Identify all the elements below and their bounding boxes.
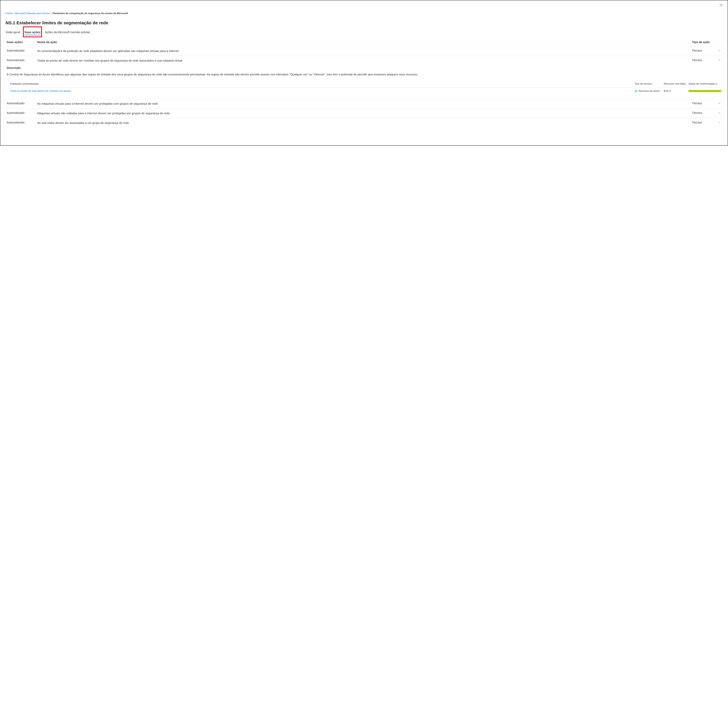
close-button[interactable] (719, 3, 723, 7)
action-row[interactable]: Automatizado Todas as portas de rede dev… (6, 56, 722, 65)
row-actions: Automatizado (7, 49, 37, 52)
assessments-header: Avaliações automatizadas Tipo de recurso… (10, 83, 721, 87)
row-name: As recomendações da proteção de rede ada… (37, 49, 692, 53)
assessment-compliance-status (688, 90, 721, 92)
tab-ms-actions[interactable]: Ações da Microsoft (versão prévia) (45, 31, 90, 35)
assessment-resource-type-label: Recursos do Azure (639, 90, 660, 92)
chevron-right-icon: › (51, 12, 52, 15)
tab-your-actions[interactable]: Suas ações (24, 31, 40, 35)
tabs: Visão geral Suas ações Ações da Microsof… (6, 31, 722, 35)
row-actions: Automatizado (7, 102, 37, 105)
chevron-down-icon (717, 102, 722, 106)
chevron-up-icon (717, 58, 722, 63)
chevron-down-icon (717, 121, 722, 125)
row-name: Máquinas virtuais não voltadas para a In… (37, 111, 692, 115)
assess-col-name: Avaliações automatizadas (10, 83, 635, 85)
assessment-link[interactable]: Todas as portas de rede devem ser restri… (10, 90, 635, 92)
table-header: Suas ações Nome da ação Tipo de ação (6, 39, 722, 46)
assessments-table: Avaliações automatizadas Tipo de recurso… (7, 83, 721, 95)
assessment-resource-type: Recursos do Azure (635, 90, 664, 92)
assess-col-failed: Recursos com falha (664, 83, 688, 85)
azure-resource-icon (635, 90, 638, 92)
assessment-row[interactable]: Todas as portas de rede devem ser restri… (10, 87, 721, 95)
column-header-name: Nome da ação (37, 40, 692, 44)
assess-col-resource-type: Tipo de recurso (635, 83, 664, 85)
action-row[interactable]: Automatizado As máquinas virtuais para a… (6, 99, 722, 109)
row-detail: Descrição A Central de Segurança do Azur… (6, 65, 722, 99)
close-icon (719, 3, 723, 7)
assessment-failed-count: 0 de 0 (664, 90, 688, 92)
panel: Painel › Microsoft Defender para Nuvem ›… (0, 0, 728, 145)
row-name: As máquinas virtuais para a Internet dev… (37, 102, 692, 106)
action-row[interactable]: Automatizado As recomendações da proteçã… (6, 46, 722, 56)
row-actions: Automatizado (7, 121, 37, 124)
detail-heading: Descrição (7, 66, 721, 70)
row-type: Técnico (692, 49, 717, 52)
column-header-actions: Suas ações (7, 40, 37, 44)
chevron-down-icon (717, 111, 722, 115)
chevron-right-icon: › (13, 12, 14, 15)
row-type: Técnico (692, 58, 717, 62)
row-type: Técnico (692, 102, 717, 105)
row-type: Técnico (692, 111, 717, 115)
breadcrumb: Painel › Microsoft Defender para Nuvem ›… (6, 12, 722, 15)
chevron-down-icon (717, 49, 722, 53)
breadcrumb-link-defender[interactable]: Microsoft Defender para Nuvem (15, 12, 50, 15)
tab-overview[interactable]: Visão geral (6, 31, 20, 35)
assess-col-compliance: Status de conformidade d... (688, 83, 721, 85)
action-row[interactable]: Automatizado Máquinas virtuais não volta… (6, 109, 722, 118)
row-name: As sub-redes devem ser associadas a um g… (37, 121, 692, 125)
page-title: NS.1 Estabelecer limites de segmentação … (6, 20, 722, 25)
action-row[interactable]: Automatizado As sub-redes devem ser asso… (6, 118, 722, 128)
row-name: Todas as portas de rede devem ser restri… (37, 58, 692, 63)
row-actions: Automatizado (7, 58, 37, 62)
breadcrumb-link-painel[interactable]: Painel (6, 12, 12, 15)
breadcrumb-current: Parâmetro de comparação de segurança da … (53, 12, 128, 15)
row-actions: Automatizado (7, 111, 37, 115)
compliance-bar (688, 90, 721, 92)
column-header-type: Tipo de ação (692, 40, 717, 44)
row-type: Técnico (692, 121, 717, 124)
detail-text: A Central de Segurança do Azure identifi… (7, 72, 721, 76)
